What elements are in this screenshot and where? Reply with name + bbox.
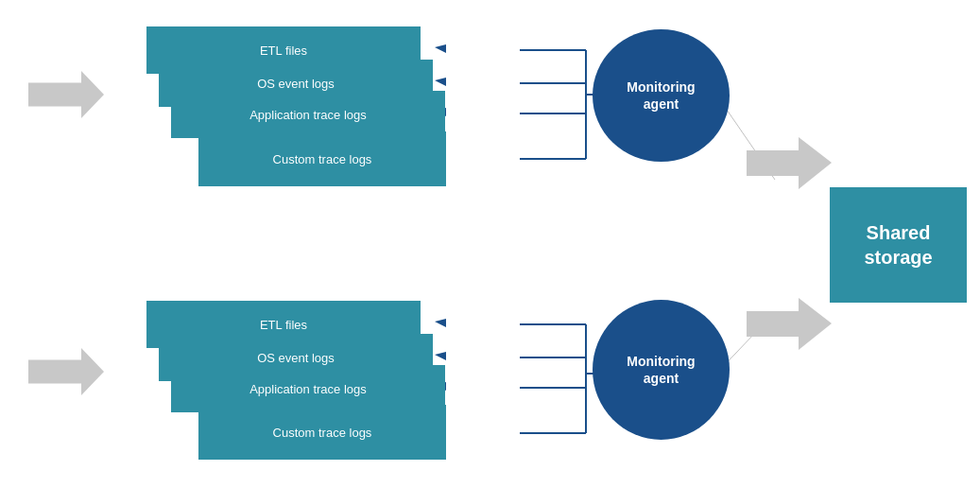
top-input-arrow [28, 71, 104, 118]
svg-marker-6 [435, 44, 446, 53]
top-custom-box: Custom trace logs [198, 131, 446, 186]
bottom-custom-box: Custom trace logs [198, 405, 446, 460]
bottom-output-arrow-svg [747, 298, 832, 350]
svg-marker-17 [435, 319, 446, 327]
svg-marker-7 [435, 78, 446, 86]
top-output-arrow-svg [747, 137, 832, 189]
top-agent-circle: Monitoring agent [593, 29, 730, 162]
bottom-input-arrow [28, 348, 104, 395]
bottom-agent-circle: Monitoring agent [593, 300, 730, 440]
top-output-arrow [747, 137, 832, 189]
bottom-output-arrow [747, 298, 832, 350]
diagram: ETL files OS event logs Application trac… [0, 0, 980, 488]
svg-marker-23 [747, 298, 832, 350]
svg-marker-22 [747, 137, 832, 189]
shared-storage-box: Shared storage [830, 187, 967, 303]
svg-marker-18 [435, 352, 446, 360]
